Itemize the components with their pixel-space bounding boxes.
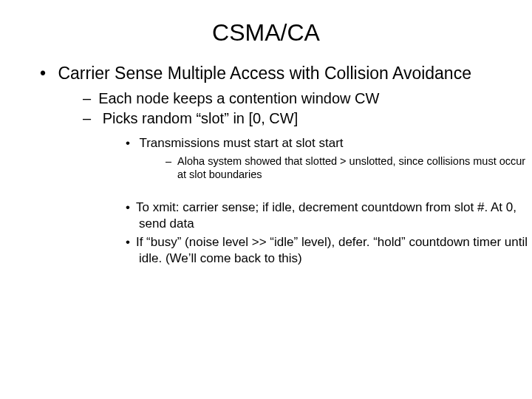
bullet-list-level1: Carrier Sense Multiple Access with Colli…: [0, 63, 532, 267]
spacer: [99, 185, 532, 192]
l3-item: Transmissions must start at slot start A…: [139, 135, 532, 182]
l1-item: Carrier Sense Multiple Access with Colli…: [56, 63, 532, 267]
l1-text: Carrier Sense Multiple Access with Colli…: [58, 64, 471, 83]
l2-text: Picks random “slot” in [0, CW]: [103, 110, 299, 126]
l4-item: Aloha system showed that slotted > unslo…: [177, 154, 532, 182]
l3-text: Transmissions must start at slot start: [139, 136, 343, 150]
bullet-list-level2: Each node keeps a contention window CW P…: [56, 89, 532, 267]
slide-title: CSMA/CA: [0, 0, 532, 63]
l2-item: Picks random “slot” in [0, CW] Transmiss…: [99, 109, 532, 267]
l3-item: To xmit: carrier sense; if idle, decreme…: [139, 200, 532, 232]
bullet-list-level4: Aloha system showed that slotted > unslo…: [139, 154, 532, 182]
bullet-list-level3: To xmit: carrier sense; if idle, decreme…: [99, 200, 532, 267]
slide: CSMA/CA Carrier Sense Multiple Access wi…: [0, 0, 532, 399]
l3-item: If “busy” (noise level >> “idle” level),…: [139, 234, 532, 267]
bullet-list-level3: Transmissions must start at slot start A…: [99, 135, 532, 182]
l2-item: Each node keeps a contention window CW: [99, 89, 532, 108]
